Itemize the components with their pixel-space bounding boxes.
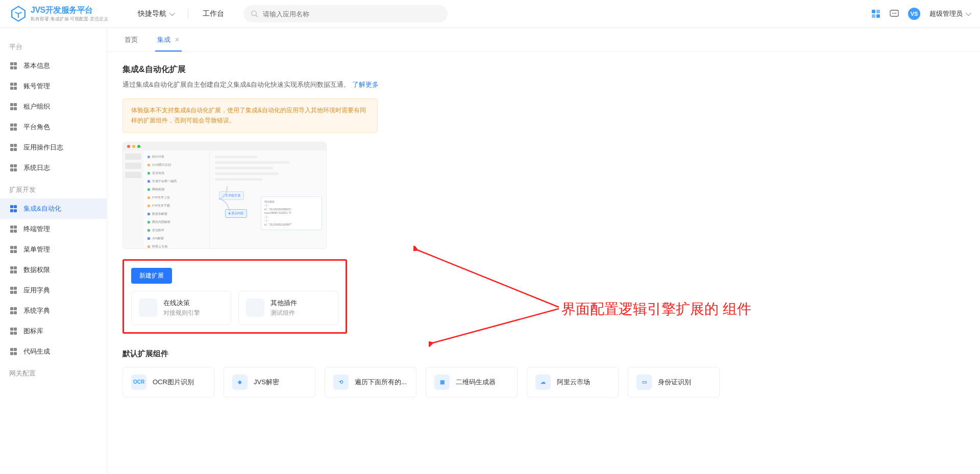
component-icon: ☁ <box>535 375 551 390</box>
svg-line-1 <box>256 15 258 17</box>
sidebar-item[interactable]: 集成&自动化 <box>0 198 107 219</box>
avatar[interactable]: VS <box>908 8 920 20</box>
svg-rect-2 <box>872 10 875 13</box>
apps-icon[interactable] <box>871 9 880 18</box>
sidebar-item[interactable]: 平台角色 <box>0 117 107 137</box>
grid-icon <box>10 307 17 314</box>
search-box <box>243 5 448 22</box>
user-menu[interactable]: 超级管理员 <box>929 9 970 18</box>
sidebar-group-label: 网关配置 <box>0 365 107 382</box>
warning-banner: 体验版本不支持集成&自动化扩展，使用了集成&自动化的应用导入其他环境时需要有同样… <box>122 98 378 133</box>
component-icon: ▦ <box>434 375 450 390</box>
header-right: VS 超级管理员 <box>871 8 970 20</box>
tab[interactable]: 首页 <box>122 28 140 52</box>
default-components-title: 默认扩展组件 <box>122 349 965 359</box>
nav-quick[interactable]: 快捷导航 <box>129 0 183 28</box>
chat-icon[interactable] <box>890 9 899 18</box>
grid-icon <box>10 144 17 151</box>
preview-illustration: 统计计算OCR图片识别发送短信生成平台唯一编码网络检测FTP文件上传FTP文件下… <box>122 142 327 249</box>
sidebar-item[interactable]: 系统字典 <box>0 301 107 321</box>
highlighted-section: 新建扩展 在线决策对接规则引擎其他插件测试组件 <box>122 259 347 334</box>
default-component-card[interactable]: ▦二维码生成器 <box>426 367 518 397</box>
svg-line-10 <box>418 250 559 307</box>
grid-icon <box>10 62 17 69</box>
search-input[interactable] <box>243 5 448 22</box>
sidebar-item[interactable]: 应用操作日志 <box>0 137 107 158</box>
grid-icon <box>10 226 17 233</box>
grid-icon <box>10 164 17 171</box>
sidebar-item[interactable]: 账号管理 <box>0 76 107 96</box>
annotation-arrow-2 <box>429 306 561 347</box>
grid-icon <box>10 123 17 131</box>
svg-rect-4 <box>872 14 875 18</box>
default-component-card[interactable]: OCROCR图片识别 <box>122 367 214 397</box>
main-area: 首页集成✕ 集成&自动化扩展 通过集成&自动化扩展自主创建自定义集成&自动化快速… <box>107 28 980 474</box>
component-icon: ▭ <box>636 375 652 390</box>
page-description: 通过集成&自动化扩展自主创建自定义集成&自动化快速实现系统间数据互通。 了解更多 <box>122 80 965 89</box>
close-icon[interactable]: ✕ <box>175 36 180 43</box>
annotation-arrow-1 <box>413 246 561 312</box>
logo-icon <box>10 6 27 22</box>
tab[interactable]: 集成✕ <box>155 28 182 52</box>
logo-title: JVS开发服务平台 <box>31 5 108 16</box>
chevron-down-icon <box>966 10 971 16</box>
default-component-card[interactable]: ☁阿里云市场 <box>527 367 619 397</box>
plugin-icon <box>246 298 264 317</box>
component-icon: ⟲ <box>333 375 349 390</box>
grid-icon <box>10 266 17 273</box>
grid-icon <box>10 348 17 355</box>
sidebar-group-label: 扩展开发 <box>0 181 107 198</box>
sidebar-item[interactable]: 图标库 <box>0 321 107 341</box>
search-icon <box>251 10 258 18</box>
default-component-card[interactable]: ⟲遍历下面所有的... <box>325 367 416 397</box>
sidebar-item[interactable]: 应用字典 <box>0 280 107 301</box>
tab-bar: 首页集成✕ <box>107 28 980 52</box>
svg-point-8 <box>894 13 895 14</box>
annotation-text: 界面配置逻辑引擎扩展的 组件 <box>561 300 751 319</box>
svg-point-7 <box>892 13 893 14</box>
component-icon: ◈ <box>232 375 248 390</box>
logo-subtitle: 私有部署·集成扩展·可视配置·灵活定义 <box>31 16 108 22</box>
chevron-down-icon <box>169 10 175 16</box>
svg-point-0 <box>251 11 256 15</box>
content: 集成&自动化扩展 通过集成&自动化扩展自主创建自定义集成&自动化快速实现系统间数… <box>107 52 980 474</box>
grid-icon <box>10 328 17 335</box>
plugin-icon <box>139 298 157 317</box>
sidebar-item[interactable]: 菜单管理 <box>0 239 107 260</box>
plugin-card[interactable]: 在线决策对接规则引擎 <box>131 291 231 325</box>
sidebar-item[interactable]: 代码生成 <box>0 341 107 362</box>
default-component-card[interactable]: ◈JVS解密 <box>224 367 315 397</box>
grid-icon <box>10 246 17 253</box>
nav-workspace[interactable]: 工作台 <box>193 0 233 28</box>
grid-icon <box>10 103 17 110</box>
sidebar-item[interactable]: 系统日志 <box>0 158 107 178</box>
sidebar-group-label: 平台 <box>0 38 107 56</box>
component-icon: OCR <box>131 375 146 390</box>
grid-icon <box>10 83 17 90</box>
sidebar-item[interactable]: 基本信息 <box>0 56 107 76</box>
grid-icon <box>10 205 17 212</box>
page-title: 集成&自动化扩展 <box>122 64 965 75</box>
svg-point-9 <box>895 13 896 14</box>
default-component-card[interactable]: ▭身份证识别 <box>628 367 720 397</box>
sidebar: 平台基本信息账号管理租户组织平台角色应用操作日志系统日志扩展开发集成&自动化终端… <box>0 28 107 474</box>
sidebar-item[interactable]: 终端管理 <box>0 219 107 239</box>
new-extension-button[interactable]: 新建扩展 <box>131 268 172 284</box>
learn-more-link[interactable]: 了解更多 <box>352 81 379 88</box>
plugin-card[interactable]: 其他插件测试组件 <box>238 291 338 325</box>
sidebar-item[interactable]: 数据权限 <box>0 260 107 280</box>
sidebar-item[interactable]: 租户组织 <box>0 96 107 117</box>
logo[interactable]: JVS开发服务平台 私有部署·集成扩展·可视配置·灵活定义 <box>10 5 108 22</box>
svg-rect-5 <box>876 14 880 18</box>
svg-line-11 <box>433 309 559 343</box>
grid-icon <box>10 287 17 294</box>
svg-rect-3 <box>876 10 880 13</box>
app-header: JVS开发服务平台 私有部署·集成扩展·可视配置·灵活定义 快捷导航 工作台 V… <box>0 0 980 28</box>
